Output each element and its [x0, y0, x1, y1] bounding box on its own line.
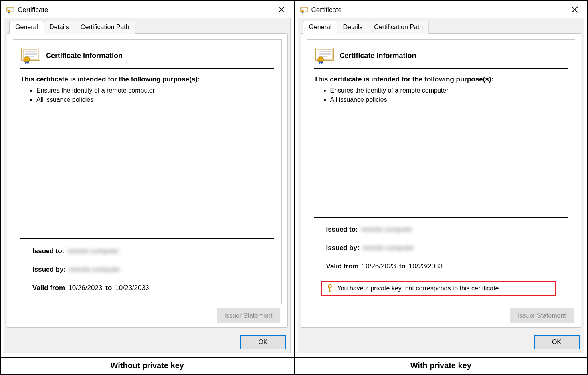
tab-details[interactable]: Details	[44, 21, 75, 34]
key-icon	[326, 284, 333, 293]
issued-to-label: Issued to:	[32, 247, 64, 255]
divider	[314, 217, 568, 218]
purpose-item: Ensures the identity of a remote compute…	[330, 86, 568, 95]
close-button[interactable]	[566, 4, 584, 16]
purpose-lead: This certificate is intended for the fol…	[314, 75, 568, 83]
tab-details[interactable]: Details	[337, 21, 368, 34]
cert-info-box: Certificate Information This certificate…	[307, 39, 576, 304]
valid-from-label: Valid from	[32, 284, 65, 292]
titlebar: Certificate	[4, 3, 291, 17]
valid-from-value: 10/26/2023	[68, 284, 102, 292]
certificate-window: Certificate General Details Certificatio…	[1, 1, 294, 357]
issued-to-label: Issued to:	[326, 226, 358, 234]
panel-caption: With private key	[295, 358, 588, 374]
issued-by-value: remote computer	[69, 266, 120, 273]
divider	[20, 68, 274, 69]
window-title: Certificate	[18, 6, 272, 14]
issued-to-value: remote computer	[361, 226, 412, 233]
valid-to-label: to	[399, 262, 406, 270]
tab-general[interactable]: General	[303, 21, 338, 34]
purpose-list: Ensures the identity of a remote compute…	[36, 86, 274, 104]
private-key-text: You have a private key that corresponds …	[337, 285, 501, 292]
svg-rect-30	[329, 291, 331, 292]
valid-from-label: Valid from	[326, 262, 359, 270]
issuer-statement-button[interactable]: Issuer Statement	[217, 308, 280, 323]
svg-rect-29	[329, 290, 331, 290]
tab-body: Certificate Information This certificate…	[301, 33, 582, 328]
tab-general[interactable]: General	[9, 21, 44, 34]
panel-caption: Without private key	[1, 358, 295, 374]
cert-info-heading: Certificate Information	[46, 52, 123, 60]
purpose-item: All issuance policies	[36, 95, 274, 104]
tab-container: General Details Certification Path Certi…	[298, 18, 584, 353]
ok-button[interactable]: OK	[240, 335, 286, 349]
issued-to-value: remote computer	[67, 248, 119, 255]
close-icon	[278, 6, 285, 14]
purpose-list: Ensures the identity of a remote compute…	[330, 86, 568, 104]
tab-bar: General Details Certification Path	[7, 20, 288, 33]
cert-info-box: Certificate Information This certificate…	[13, 39, 282, 304]
certificate-window: Certificate General Details Certificatio…	[295, 1, 588, 357]
close-icon	[572, 6, 578, 14]
tab-body: Certificate Information This certificate…	[7, 33, 288, 328]
tab-certification-path[interactable]: Certification Path	[75, 21, 135, 34]
valid-from-value: 10/26/2023	[362, 262, 396, 270]
certificate-icon	[300, 6, 308, 14]
tab-bar: General Details Certification Path	[301, 20, 582, 33]
titlebar: Certificate	[298, 3, 584, 17]
purpose-item: Ensures the identity of a remote compute…	[36, 86, 274, 95]
ok-button[interactable]: OK	[534, 335, 580, 349]
divider	[314, 68, 568, 69]
issued-by-label: Issued by:	[32, 266, 66, 274]
certificate-icon	[6, 6, 14, 14]
tab-certification-path[interactable]: Certification Path	[368, 21, 429, 34]
purpose-item: All issuance policies	[330, 95, 568, 104]
cert-info-heading: Certificate Information	[340, 52, 416, 60]
issued-by-value: remote computer	[363, 244, 414, 252]
valid-to-value: 10/23/2033	[115, 284, 149, 292]
purpose-lead: This certificate is intended for the fol…	[20, 75, 274, 83]
issued-by-label: Issued by:	[326, 244, 360, 252]
tab-container: General Details Certification Path Certi…	[4, 18, 291, 353]
divider	[20, 238, 274, 239]
valid-to-value: 10/23/2033	[409, 262, 443, 270]
issuer-statement-button[interactable]: Issuer Statement	[510, 308, 574, 323]
certificate-large-icon	[20, 47, 41, 64]
window-title: Certificate	[311, 6, 566, 14]
certificate-large-icon	[314, 47, 335, 64]
close-button[interactable]	[272, 4, 291, 16]
private-key-notice: You have a private key that corresponds …	[321, 281, 556, 296]
valid-to-label: to	[105, 284, 112, 292]
svg-point-27	[329, 286, 330, 287]
